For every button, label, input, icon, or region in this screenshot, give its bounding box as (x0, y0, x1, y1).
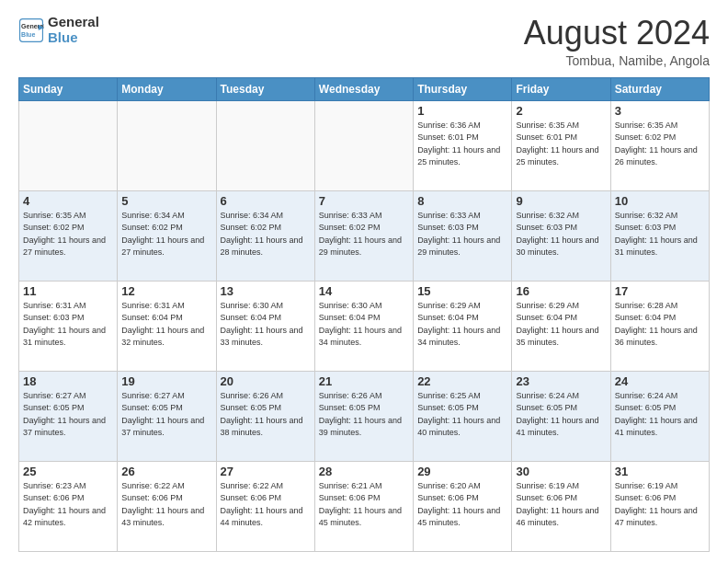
col-saturday: Saturday (610, 77, 709, 100)
calendar-cell: 19Sunrise: 6:27 AMSunset: 6:05 PMDayligh… (118, 371, 216, 461)
calendar-cell: 27Sunrise: 6:22 AMSunset: 6:06 PMDayligh… (216, 461, 314, 551)
calendar-header-row: Sunday Monday Tuesday Wednesday Thursday… (19, 77, 710, 100)
calendar-table: Sunday Monday Tuesday Wednesday Thursday… (18, 77, 710, 552)
calendar-cell: 29Sunrise: 6:20 AMSunset: 6:06 PMDayligh… (414, 461, 512, 551)
location: Tombua, Namibe, Angola (524, 53, 710, 68)
day-info: Sunrise: 6:29 AMSunset: 6:04 PMDaylight:… (417, 300, 507, 350)
col-thursday: Thursday (414, 77, 512, 100)
day-info: Sunrise: 6:26 AMSunset: 6:05 PMDaylight:… (319, 390, 409, 440)
logo-blue: Blue (48, 29, 78, 45)
logo: General Blue GeneralBlue (18, 15, 99, 45)
day-number: 21 (319, 374, 409, 388)
day-number: 29 (417, 465, 507, 478)
day-number: 24 (615, 374, 705, 388)
calendar-cell: 5Sunrise: 6:34 AMSunset: 6:02 PMDaylight… (118, 190, 216, 281)
day-number: 17 (615, 284, 705, 298)
day-number: 1 (417, 104, 507, 118)
calendar-cell: 28Sunrise: 6:21 AMSunset: 6:06 PMDayligh… (314, 461, 413, 551)
col-sunday: Sunday (19, 77, 118, 100)
day-info: Sunrise: 6:27 AMSunset: 6:05 PMDaylight:… (23, 390, 113, 440)
calendar-cell: 26Sunrise: 6:22 AMSunset: 6:06 PMDayligh… (118, 461, 216, 551)
calendar-cell (118, 100, 216, 190)
day-info: Sunrise: 6:35 AMSunset: 6:02 PMDaylight:… (615, 120, 705, 169)
day-number: 8 (417, 194, 507, 208)
day-number: 30 (516, 465, 606, 478)
day-number: 28 (319, 465, 409, 478)
calendar-cell: 9Sunrise: 6:32 AMSunset: 6:03 PMDaylight… (512, 190, 610, 281)
calendar-cell: 10Sunrise: 6:32 AMSunset: 6:03 PMDayligh… (610, 190, 709, 281)
header: General Blue GeneralBlue August 2024 Tom… (18, 15, 710, 68)
day-info: Sunrise: 6:30 AMSunset: 6:04 PMDaylight:… (221, 300, 311, 350)
day-info: Sunrise: 6:31 AMSunset: 6:04 PMDaylight:… (121, 300, 211, 350)
day-number: 19 (121, 374, 211, 388)
day-info: Sunrise: 6:19 AMSunset: 6:06 PMDaylight:… (615, 480, 705, 530)
calendar-week-2: 4Sunrise: 6:35 AMSunset: 6:02 PMDaylight… (19, 190, 710, 281)
col-friday: Friday (512, 77, 610, 100)
calendar-cell: 12Sunrise: 6:31 AMSunset: 6:04 PMDayligh… (118, 281, 216, 371)
calendar-cell: 4Sunrise: 6:35 AMSunset: 6:02 PMDaylight… (19, 190, 118, 281)
day-info: Sunrise: 6:32 AMSunset: 6:03 PMDaylight:… (615, 210, 705, 259)
day-info: Sunrise: 6:35 AMSunset: 6:01 PMDaylight:… (516, 120, 606, 169)
calendar-cell (314, 100, 413, 190)
day-number: 11 (23, 284, 113, 298)
day-number: 7 (319, 194, 409, 208)
calendar-cell: 7Sunrise: 6:33 AMSunset: 6:02 PMDaylight… (314, 190, 413, 281)
calendar-cell: 18Sunrise: 6:27 AMSunset: 6:05 PMDayligh… (19, 371, 118, 461)
col-tuesday: Tuesday (216, 77, 314, 100)
day-info: Sunrise: 6:25 AMSunset: 6:05 PMDaylight:… (417, 390, 507, 440)
calendar-week-1: 1Sunrise: 6:36 AMSunset: 6:01 PMDaylight… (19, 100, 710, 190)
calendar-cell: 23Sunrise: 6:24 AMSunset: 6:05 PMDayligh… (512, 371, 610, 461)
calendar-cell: 25Sunrise: 6:23 AMSunset: 6:06 PMDayligh… (19, 461, 118, 551)
day-number: 15 (417, 284, 507, 298)
col-wednesday: Wednesday (314, 77, 413, 100)
day-info: Sunrise: 6:20 AMSunset: 6:06 PMDaylight:… (417, 480, 507, 530)
day-info: Sunrise: 6:27 AMSunset: 6:05 PMDaylight:… (121, 390, 211, 440)
day-info: Sunrise: 6:35 AMSunset: 6:02 PMDaylight:… (23, 210, 113, 259)
calendar-cell: 22Sunrise: 6:25 AMSunset: 6:05 PMDayligh… (414, 371, 512, 461)
calendar-cell: 6Sunrise: 6:34 AMSunset: 6:02 PMDaylight… (216, 190, 314, 281)
day-info: Sunrise: 6:30 AMSunset: 6:04 PMDaylight:… (319, 300, 409, 350)
day-info: Sunrise: 6:19 AMSunset: 6:06 PMDaylight:… (516, 480, 606, 530)
day-number: 13 (221, 284, 311, 298)
calendar-cell: 31Sunrise: 6:19 AMSunset: 6:06 PMDayligh… (610, 461, 709, 551)
day-number: 12 (121, 284, 211, 298)
calendar-cell (216, 100, 314, 190)
day-info: Sunrise: 6:28 AMSunset: 6:04 PMDaylight:… (615, 300, 705, 350)
logo-text: GeneralBlue (48, 15, 99, 45)
day-info: Sunrise: 6:34 AMSunset: 6:02 PMDaylight:… (121, 210, 211, 259)
svg-text:Blue: Blue (21, 31, 35, 38)
day-info: Sunrise: 6:26 AMSunset: 6:05 PMDaylight:… (221, 390, 311, 440)
page: General Blue GeneralBlue August 2024 Tom… (0, 0, 728, 563)
calendar-cell: 11Sunrise: 6:31 AMSunset: 6:03 PMDayligh… (19, 281, 118, 371)
day-info: Sunrise: 6:24 AMSunset: 6:05 PMDaylight:… (615, 390, 705, 440)
day-number: 20 (221, 374, 311, 388)
day-info: Sunrise: 6:24 AMSunset: 6:05 PMDaylight:… (516, 390, 606, 440)
calendar-cell: 20Sunrise: 6:26 AMSunset: 6:05 PMDayligh… (216, 371, 314, 461)
day-number: 26 (121, 465, 211, 478)
calendar-cell: 8Sunrise: 6:33 AMSunset: 6:03 PMDaylight… (414, 190, 512, 281)
calendar-cell: 17Sunrise: 6:28 AMSunset: 6:04 PMDayligh… (610, 281, 709, 371)
day-info: Sunrise: 6:21 AMSunset: 6:06 PMDaylight:… (319, 480, 409, 530)
calendar-cell: 24Sunrise: 6:24 AMSunset: 6:05 PMDayligh… (610, 371, 709, 461)
title-block: August 2024 Tombua, Namibe, Angola (524, 15, 710, 68)
calendar-cell: 1Sunrise: 6:36 AMSunset: 6:01 PMDaylight… (414, 100, 512, 190)
day-number: 9 (516, 194, 606, 208)
day-info: Sunrise: 6:33 AMSunset: 6:03 PMDaylight:… (417, 210, 507, 259)
day-number: 25 (23, 465, 113, 478)
day-info: Sunrise: 6:23 AMSunset: 6:06 PMDaylight:… (23, 480, 113, 530)
day-number: 10 (615, 194, 705, 208)
day-number: 16 (516, 284, 606, 298)
calendar-cell: 21Sunrise: 6:26 AMSunset: 6:05 PMDayligh… (314, 371, 413, 461)
day-number: 2 (516, 104, 606, 118)
calendar-cell (19, 100, 118, 190)
calendar-week-4: 18Sunrise: 6:27 AMSunset: 6:05 PMDayligh… (19, 371, 710, 461)
day-info: Sunrise: 6:31 AMSunset: 6:03 PMDaylight:… (23, 300, 113, 350)
day-number: 22 (417, 374, 507, 388)
day-number: 31 (615, 465, 705, 478)
day-number: 4 (23, 194, 113, 208)
calendar-cell: 16Sunrise: 6:29 AMSunset: 6:04 PMDayligh… (512, 281, 610, 371)
calendar-week-3: 11Sunrise: 6:31 AMSunset: 6:03 PMDayligh… (19, 281, 710, 371)
calendar-cell: 3Sunrise: 6:35 AMSunset: 6:02 PMDaylight… (610, 100, 709, 190)
day-number: 27 (221, 465, 311, 478)
day-number: 5 (121, 194, 211, 208)
